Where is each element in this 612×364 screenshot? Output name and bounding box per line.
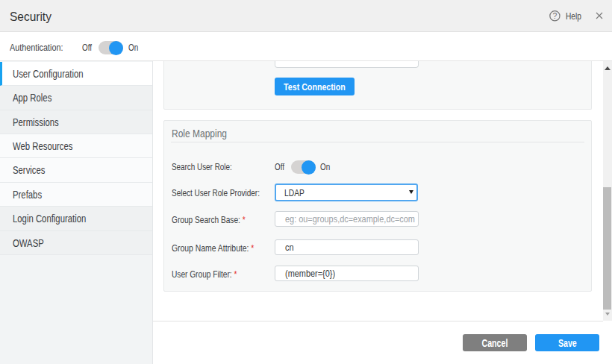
svg-text:?: ? <box>553 11 558 20</box>
